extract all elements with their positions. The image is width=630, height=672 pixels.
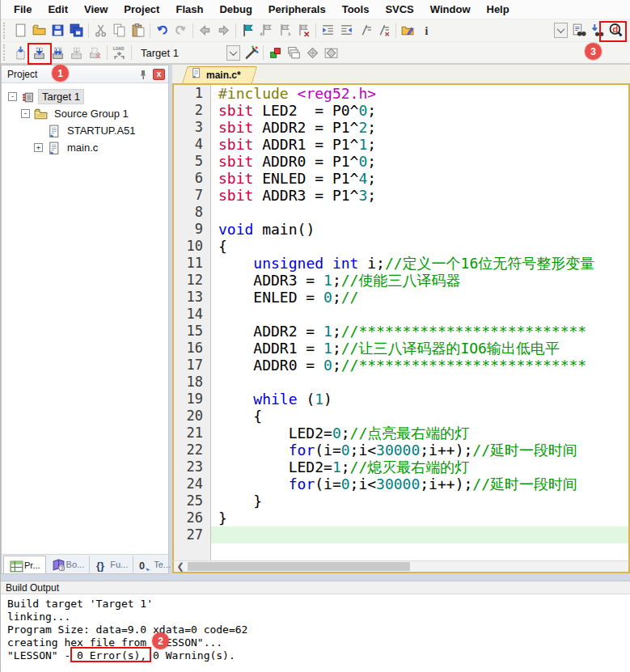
target-select-value[interactable]: Target 1 — [134, 47, 225, 59]
tree-item-label: Source Group 1 — [51, 107, 132, 120]
packs-diamond-icon[interactable] — [303, 44, 322, 62]
build-output-line: Build target 'Target 1' — [7, 598, 630, 611]
load-flash-icon[interactable]: LOAD — [110, 44, 129, 62]
build-output-line: Program Size: data=9.0 xdata=0 code=62 — [7, 623, 630, 636]
line-number: 11 — [174, 255, 211, 272]
menu-bar: FileEditViewProjectFlashDebugPeripherals… — [1, 0, 630, 19]
menu-debug[interactable]: Debug — [211, 0, 260, 19]
rebuild-all-icon[interactable] — [49, 44, 67, 62]
line-content: ADDR2 = 1;//************************** — [211, 323, 628, 340]
redo-icon[interactable] — [171, 21, 190, 40]
bookmark-prev-icon[interactable] — [257, 21, 276, 40]
translate-file-icon[interactable] — [11, 44, 30, 62]
project-panel-header: Project x — [2, 66, 168, 83]
batch-build-icon[interactable] — [67, 44, 86, 62]
line-number: 8 — [174, 204, 211, 221]
close-icon[interactable]: x — [153, 69, 165, 80]
navigate-forward-icon[interactable] — [214, 21, 233, 40]
manage-items-icon[interactable] — [285, 44, 303, 62]
pack-installer-icon[interactable] — [322, 44, 340, 62]
indent-icon[interactable] — [319, 21, 337, 40]
target-options-icon[interactable] — [242, 44, 260, 62]
collapse-icon[interactable]: - — [8, 92, 17, 101]
menu-flash[interactable]: Flash — [167, 0, 211, 19]
target-select-dropdown-icon[interactable] — [226, 45, 240, 61]
save-icon[interactable] — [49, 21, 67, 40]
toolbar-grip[interactable] — [3, 44, 10, 61]
panel-tab-fu[interactable]: {}Fu... — [90, 556, 133, 573]
pin-icon[interactable] — [137, 68, 150, 81]
code-line: 21 LED2=0;//点亮最右端的灯 — [174, 425, 628, 442]
bookmark-clear-icon[interactable] — [294, 21, 313, 40]
tree-item-main-c[interactable]: +main.c — [2, 139, 168, 156]
menu-peripherals[interactable]: Peripherals — [260, 0, 334, 19]
panel-tab-pr[interactable]: Pr... — [3, 556, 46, 573]
build-output-log[interactable]: Build target 'Target 1'linking...Program… — [1, 594, 630, 662]
manage-rte-icon[interactable] — [266, 44, 285, 62]
tab-main-c[interactable]: main.c* — [182, 66, 252, 83]
code-line: 3sbit ADDR2 = P1^2; — [174, 119, 628, 136]
code-line: 22 for(i=0;i<30000;i++);//延时一段时间 — [174, 442, 628, 459]
bookmark-toggle-icon[interactable] — [239, 21, 257, 40]
build-icon[interactable] — [30, 44, 49, 62]
menu-view[interactable]: View — [76, 0, 116, 19]
line-content: ENLED = 0;// — [211, 289, 628, 306]
toolbar-grip[interactable] — [3, 23, 10, 39]
code-editor: main.c* 1#include <reg52.h>2sbit LED2 = … — [172, 65, 630, 581]
find-in-files-icon[interactable] — [569, 21, 588, 40]
collapse-icon[interactable]: - — [21, 109, 30, 118]
scroll-left-icon[interactable]: ❮ — [174, 561, 187, 571]
unindent-icon[interactable] — [337, 21, 356, 40]
open-file-icon[interactable] — [30, 21, 49, 40]
menu-help[interactable]: Help — [479, 0, 518, 19]
tree-item-source-group-1[interactable]: -Source Group 1 — [2, 105, 168, 122]
line-number: 6 — [174, 170, 211, 187]
source-file-icon — [46, 141, 61, 155]
configure-find-icon[interactable] — [399, 21, 417, 40]
uncomment-icon[interactable] — [374, 21, 393, 40]
comment-icon[interactable] — [356, 21, 374, 40]
save-all-icon[interactable] — [67, 21, 86, 40]
code-line: 27 — [174, 526, 628, 543]
navigate-back-icon[interactable] — [196, 21, 214, 40]
line-content: sbit ADDR0 = P1^0; — [211, 153, 628, 170]
incremental-find-icon[interactable] — [588, 21, 607, 40]
project-tab-icon — [9, 559, 22, 572]
menu-window[interactable]: Window — [422, 0, 479, 19]
hscrollbar-thumb[interactable] — [188, 562, 410, 571]
menu-project[interactable]: Project — [116, 0, 167, 19]
code-area[interactable]: 1#include <reg52.h>2sbit LED2 = P0^0;3sb… — [172, 85, 630, 560]
line-content: ADDR3 = 1;//使能三八译码器 — [211, 272, 628, 289]
info-icon[interactable]: i — [417, 21, 436, 40]
project-panel: Project x -Target 1-Source Group 1STARTU… — [1, 65, 169, 574]
line-content: #include <reg52.h> — [211, 85, 628, 102]
line-number: 23 — [174, 459, 211, 475]
menu-file[interactable]: File — [6, 0, 40, 19]
lookup-magnifier-icon[interactable]: d — [607, 21, 625, 40]
cut-icon[interactable] — [91, 21, 110, 40]
panel-tab-te[interactable]: 0Te... — [133, 556, 176, 573]
line-content: { — [211, 238, 628, 255]
tree-item-startup-a51[interactable]: STARTUP.A51 — [2, 122, 168, 139]
panel-tab-bo[interactable]: ?Bo... — [46, 556, 91, 573]
menu-edit[interactable]: Edit — [40, 0, 76, 19]
bookmark-next-icon[interactable] — [276, 21, 294, 40]
main-area: Project x -Target 1-Source Group 1STARTU… — [1, 65, 630, 581]
line-number: 15 — [174, 323, 211, 340]
line-number: 16 — [174, 340, 211, 357]
menu-tools[interactable]: Tools — [334, 0, 378, 19]
copy-icon[interactable] — [110, 21, 129, 40]
search-combo[interactable] — [496, 23, 552, 38]
expand-icon[interactable]: + — [34, 143, 43, 152]
line-content: } — [211, 509, 628, 526]
paste-icon[interactable] — [129, 21, 147, 40]
undo-icon[interactable] — [153, 21, 171, 40]
editor-hscrollbar[interactable]: ❮ — [172, 560, 630, 573]
tree-item-target-1[interactable]: -Target 1 — [2, 88, 168, 105]
search-combo-dropdown-icon[interactable] — [554, 23, 568, 38]
document-icon — [190, 67, 202, 82]
new-file-icon[interactable] — [11, 21, 30, 40]
line-number: 18 — [174, 374, 211, 391]
stop-build-icon[interactable] — [86, 44, 104, 62]
menu-svcs[interactable]: SVCS — [377, 0, 421, 19]
